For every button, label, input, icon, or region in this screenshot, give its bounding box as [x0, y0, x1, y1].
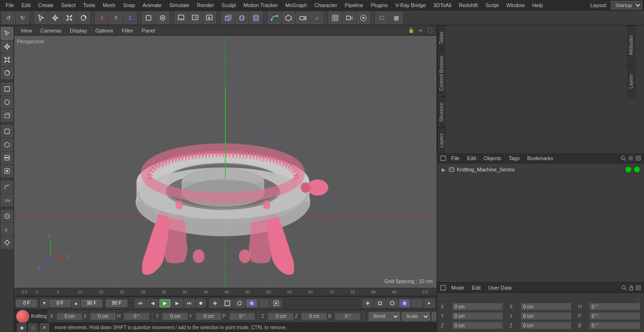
world-select[interactable]: World Object Camera	[369, 312, 400, 321]
playback-step-forward[interactable]: ▶	[172, 299, 183, 308]
playback-step-back[interactable]: ◀	[147, 299, 158, 308]
attr-expand-icon[interactable]	[636, 285, 641, 291]
record-icon[interactable]: ◉	[17, 323, 26, 332]
vp-fullscreen-icon[interactable]: ⛶	[426, 27, 434, 34]
menu-mesh[interactable]: Mesh	[99, 1, 119, 9]
menu-tools[interactable]: Tools	[79, 1, 99, 9]
tool-snap[interactable]	[1, 236, 13, 249]
grid-button[interactable]	[329, 12, 342, 24]
tool-texture-mode[interactable]	[1, 96, 13, 108]
x-axis-button[interactable]: X	[95, 12, 108, 24]
menu-3dtoall[interactable]: 3DToAll	[429, 1, 455, 9]
menu-character[interactable]: Character	[311, 1, 341, 9]
rotate-tool-button[interactable]	[77, 12, 90, 24]
attr-z-size-field[interactable]: 0 cm	[521, 322, 572, 329]
menu-edit[interactable]: Edit	[18, 1, 34, 9]
video-post-button[interactable]	[343, 12, 356, 24]
texture-mode-button[interactable]	[156, 12, 169, 24]
menu-sculpt[interactable]: Sculpt	[218, 1, 240, 9]
tool-rotate[interactable]	[1, 67, 13, 79]
menu-window[interactable]: Window	[503, 1, 528, 9]
close-status-icon[interactable]: ✕	[40, 323, 49, 332]
screen-icon[interactable]: □	[28, 323, 38, 332]
undo-button[interactable]: ↺	[2, 12, 15, 24]
attr-z-pos-field[interactable]: 0 cm	[452, 322, 503, 329]
playback-go-end[interactable]: ⏭	[184, 299, 195, 308]
tab-takes[interactable]: Takes	[438, 25, 446, 49]
transform-btn-6[interactable]	[423, 299, 435, 308]
rot-y-input[interactable]	[196, 313, 222, 320]
playback-current-input[interactable]	[50, 300, 71, 307]
objects-bookmarks-btn[interactable]: Bookmarks	[524, 155, 556, 162]
timeline-row[interactable]: 0 F 051015202530354045505560657075808590…	[14, 288, 437, 296]
transform-btn-1[interactable]	[362, 299, 373, 308]
playback-step-down[interactable]: ▼	[40, 299, 49, 308]
y-axis-button[interactable]: Y	[109, 12, 123, 24]
vp-menu-cameras[interactable]: Cameras	[37, 27, 66, 34]
menu-redshift[interactable]: Redshift	[455, 1, 481, 9]
size-b-input[interactable]	[335, 313, 361, 320]
z-axis-button[interactable]: Z	[124, 12, 137, 24]
tool-model-mode[interactable]	[1, 83, 13, 95]
snap-rotation-button[interactable]	[234, 299, 245, 308]
tool-move[interactable]	[1, 40, 13, 53]
vp-menu-view[interactable]: View	[17, 27, 36, 34]
tool-material[interactable]: S	[1, 223, 13, 235]
attr-userdata-btn[interactable]: User Data	[486, 284, 515, 291]
menu-vray[interactable]: V-Ray Bridge	[392, 1, 430, 9]
pos-z-input[interactable]	[268, 313, 294, 320]
tool-object-mode[interactable]	[1, 125, 13, 138]
menu-select[interactable]: Select	[58, 1, 80, 9]
playback-step-up[interactable]: ▲	[72, 299, 80, 308]
object-expand-icon[interactable]: ▶	[441, 167, 446, 172]
vp-menu-display[interactable]: Display	[66, 27, 91, 34]
scale-tool-button[interactable]	[63, 12, 76, 24]
playback-record[interactable]: ⏺	[196, 299, 206, 308]
tool-scale[interactable]	[1, 54, 13, 66]
attr-mode-btn[interactable]: Mode	[448, 284, 467, 291]
playback-play[interactable]: ▶	[159, 299, 171, 308]
objects-edit-btn[interactable]: Edit	[464, 155, 479, 162]
objects-collapse-icon[interactable]	[636, 155, 641, 161]
viewport[interactable]: X Y Z Perspective Grid Spacing : 10 cm	[14, 36, 437, 288]
menu-script[interactable]: Script	[482, 1, 503, 9]
attr-search-icon[interactable]	[621, 285, 627, 291]
vp-link-icon[interactable]: ⇔	[417, 27, 424, 34]
render-button[interactable]	[189, 12, 202, 24]
playback-start-input[interactable]	[16, 300, 37, 307]
menu-file[interactable]: File	[2, 1, 18, 9]
attr-y-pos-field[interactable]: 0 cm	[452, 312, 503, 320]
playback-end-input[interactable]	[81, 300, 102, 307]
transform-btn-5[interactable]: ⋮⋮	[411, 299, 422, 308]
playback-preview-input[interactable]	[106, 300, 127, 307]
menu-motiontracker[interactable]: Motion Tracker	[239, 1, 281, 9]
scale-select[interactable]: Scale Lock	[402, 312, 430, 321]
polygon-button[interactable]	[282, 12, 295, 24]
transform-btn-4[interactable]	[399, 299, 410, 308]
attr-y-size-field[interactable]: 0 cm	[521, 312, 572, 320]
tool-select[interactable]	[1, 27, 13, 40]
vp-lock-icon[interactable]: 🔒	[407, 27, 415, 34]
snap-mode-button[interactable]: ⋮⋮	[258, 299, 270, 308]
playback-go-start[interactable]: ⏮	[135, 299, 146, 308]
menu-simulate[interactable]: Simulate	[165, 1, 193, 9]
attr-x-size-field[interactable]: 0 cm	[521, 303, 572, 310]
tool-edge-mode[interactable]	[1, 152, 13, 164]
transform-btn-3[interactable]	[387, 299, 398, 308]
vp-menu-options[interactable]: Options	[91, 27, 117, 34]
vp-menu-panel[interactable]: Panel	[138, 27, 159, 34]
timeline-ruler[interactable]: 051015202530354045505560657075808590	[36, 288, 413, 296]
tool-uv-mode[interactable]: UV	[1, 194, 13, 206]
tab-layers-attr[interactable]: Layers	[627, 65, 636, 98]
model-mode-button[interactable]	[142, 12, 155, 24]
objects-tags-btn[interactable]: Tags	[506, 155, 522, 162]
menu-create[interactable]: Create	[34, 1, 58, 9]
cube-object-button[interactable]	[221, 12, 234, 24]
menu-render[interactable]: Render	[193, 1, 218, 9]
tab-content-browser[interactable]: Content Browser	[438, 49, 446, 96]
size-p-input[interactable]	[229, 313, 255, 320]
move-tool-button[interactable]	[49, 12, 62, 24]
apply-button[interactable]: Apply	[432, 312, 437, 321]
tool-workplane[interactable]	[1, 109, 13, 121]
menu-mograph[interactable]: MoGraph	[281, 1, 311, 9]
